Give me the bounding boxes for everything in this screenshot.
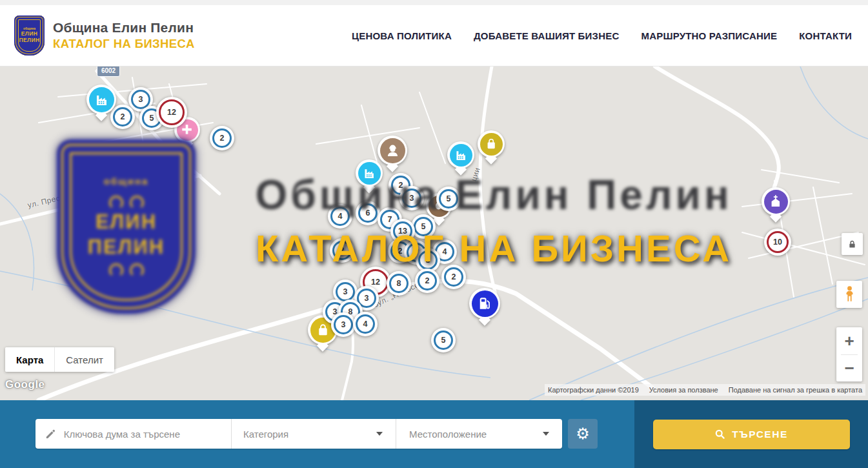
- map-cluster[interactable]: 5: [431, 328, 456, 352]
- nav-add-your-business[interactable]: ДОБАВЕТЕ ВАШИЯТ БИЗНЕС: [474, 30, 619, 41]
- search-icon: [714, 429, 725, 440]
- zoom-out-button[interactable]: −: [836, 355, 862, 382]
- gear-icon: ⚙: [576, 425, 590, 443]
- factory-icon: [450, 144, 472, 167]
- map-canvas[interactable]: 6002 ул. Преслав бул. „Новосел ции 32512…: [0, 66, 868, 400]
- map-type-control: Карта Сателит: [5, 347, 114, 372]
- search-submit-panel: ТЪРСЕНЕ: [634, 400, 868, 468]
- map-cluster[interactable]: 2: [415, 269, 439, 293]
- pencil-icon: [45, 427, 57, 441]
- cluster-count: 2: [332, 241, 352, 260]
- church-icon: [764, 190, 788, 214]
- attribution-copyright: Картографски данни ©2019: [548, 386, 639, 394]
- cluster-count: 3: [334, 315, 353, 334]
- bag-icon: [480, 133, 503, 156]
- municipality-crest-icon: община ЕЛИН ПЕЛИН: [14, 15, 45, 56]
- map-cluster[interactable]: 12: [156, 97, 187, 128]
- factory-icon: [89, 87, 114, 112]
- terms-of-use-link[interactable]: Условия за ползване: [649, 386, 718, 394]
- header: община ЕЛИН ПЕЛИН Община Елин Пелин КАТА…: [0, 0, 868, 66]
- map-pin[interactable]: [762, 187, 790, 223]
- pin-head: [447, 141, 474, 168]
- map-pin[interactable]: [469, 288, 500, 326]
- nav-contacts[interactable]: КОНТАКТИ: [799, 30, 852, 41]
- map-pin[interactable]: [86, 85, 116, 121]
- site-logo[interactable]: община ЕЛИН ПЕЛИН Община Елин Пелин КАТА…: [14, 15, 195, 56]
- zoom-control: + −: [836, 327, 862, 382]
- cluster-count: 5: [434, 331, 453, 350]
- cluster-count: 13: [393, 221, 412, 241]
- search-submit-label: ТЪРСЕНЕ: [732, 429, 787, 440]
- cluster-count: 2: [418, 271, 437, 290]
- map-cluster[interactable]: 8: [387, 271, 411, 296]
- chevron-down-icon: [543, 432, 549, 436]
- map-cluster[interactable]: 3: [331, 312, 356, 337]
- cluster-count: 2: [212, 128, 232, 148]
- map-cluster[interactable]: 2: [330, 238, 354, 263]
- site-title: Община Елин Пелин: [53, 20, 195, 36]
- map-attribution: Картографски данни ©2019 Условия за полз…: [545, 384, 865, 396]
- map-cluster[interactable]: 3: [399, 186, 424, 210]
- cluster-count: 8: [389, 274, 409, 293]
- category-select-value: Категория: [243, 429, 288, 440]
- chevron-down-icon: [376, 432, 383, 436]
- worker-icon: [380, 138, 405, 163]
- advanced-search-button[interactable]: ⚙: [568, 419, 598, 449]
- search-fields: Категория Местоположение: [35, 419, 562, 449]
- cluster-count: 6: [358, 203, 378, 223]
- map-cluster[interactable]: 5: [411, 214, 436, 239]
- map-pin[interactable]: [447, 141, 474, 176]
- main-nav: ЦЕНОВА ПОЛИТИКА ДОБАВЕТЕ ВАШИЯТ БИЗНЕС М…: [352, 30, 852, 41]
- lock-icon: [847, 239, 857, 249]
- keyword-field: [35, 419, 231, 449]
- search-bar: ТЪРСЕНЕ Категория Местоположение ⚙: [0, 400, 868, 468]
- site-subtitle: КАТАЛОГ НА БИЗНЕСА: [53, 37, 195, 51]
- cluster-count: 2: [444, 267, 463, 287]
- pin-head: [478, 130, 505, 158]
- map-pin[interactable]: [478, 130, 505, 165]
- location-select[interactable]: Местоположение: [396, 419, 562, 449]
- cluster-count: 5: [414, 217, 433, 236]
- map-cluster[interactable]: 2: [441, 265, 466, 289]
- pegman-icon: [844, 285, 855, 303]
- search-submit-button[interactable]: ТЪРСЕНЕ: [653, 420, 850, 449]
- crest-word: ПЕЛИН: [19, 37, 40, 44]
- map-type-satellite-button[interactable]: Сателит: [54, 347, 114, 372]
- street-view-lock-button[interactable]: [842, 233, 863, 255]
- map-type-map-button[interactable]: Карта: [5, 347, 54, 372]
- map-cluster[interactable]: 5: [436, 187, 461, 211]
- cluster-count: 10: [767, 231, 789, 253]
- factory-icon: [358, 162, 381, 185]
- logo-text: Община Елин Пелин КАТАЛОГ НА БИЗНЕСА: [53, 20, 195, 51]
- zoom-in-button[interactable]: +: [836, 327, 862, 354]
- nav-route-schedule[interactable]: МАРШРУТНО РАЗПИСАНИЕ: [641, 30, 777, 41]
- report-map-error-link[interactable]: Подаване на сигнал за грешка в картата: [729, 386, 862, 394]
- map-cluster[interactable]: 4: [328, 204, 352, 229]
- cluster-count: 5: [439, 189, 458, 209]
- cluster-count: 3: [336, 282, 355, 301]
- cluster-count: 4: [356, 314, 375, 334]
- pin-head: [762, 187, 790, 216]
- pin-head: [356, 159, 383, 187]
- pin-head: [86, 85, 116, 114]
- map-cluster[interactable]: 6: [356, 201, 380, 225]
- nav-pricing-policy[interactable]: ЦЕНОВА ПОЛИТИКА: [352, 30, 452, 41]
- map-pin[interactable]: [356, 159, 383, 194]
- fuel-icon: [472, 290, 498, 317]
- page: община ЕЛИН ПЕЛИН Община Елин Пелин КАТА…: [0, 0, 868, 468]
- location-select-value: Местоположение: [409, 429, 487, 440]
- cluster-count: 3: [402, 188, 421, 208]
- markers-layer: 3251222354675132274821282333834510: [0, 66, 868, 400]
- google-logo[interactable]: Google: [5, 378, 45, 391]
- cluster-count: 12: [159, 99, 185, 125]
- map-cluster[interactable]: 4: [353, 312, 378, 336]
- cluster-count: 8: [418, 250, 438, 270]
- keyword-input[interactable]: [64, 429, 225, 440]
- map-cluster[interactable]: 10: [764, 229, 791, 256]
- pegman-button[interactable]: [836, 281, 862, 308]
- cluster-count: 4: [330, 207, 350, 226]
- map-cluster[interactable]: 2: [210, 126, 234, 150]
- pin-head: [469, 288, 500, 319]
- category-select[interactable]: Категория: [231, 419, 396, 449]
